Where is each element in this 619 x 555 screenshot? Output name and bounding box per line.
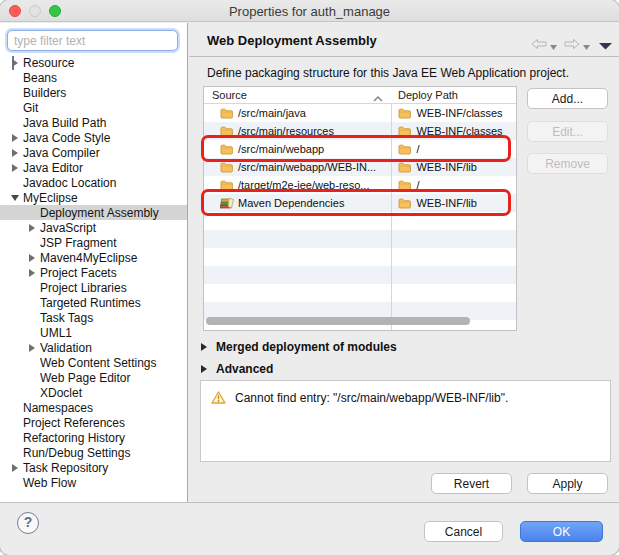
page-title: Web Deployment Assembly bbox=[207, 33, 377, 48]
sidebar-item-git[interactable]: Git bbox=[0, 100, 187, 115]
column-header-deploy-path[interactable]: Deploy Path bbox=[398, 89, 458, 101]
folder-icon bbox=[398, 144, 412, 155]
table-empty-row bbox=[204, 248, 516, 266]
apply-button[interactable]: Apply bbox=[527, 473, 608, 494]
view-menu-icon[interactable] bbox=[599, 36, 612, 54]
sidebar-item-jsp-fragment[interactable]: JSP Fragment bbox=[0, 235, 187, 250]
section-label: Advanced bbox=[216, 362, 273, 376]
forward-dropdown-icon[interactable] bbox=[583, 36, 590, 54]
cell-text: WEB-INF/classes bbox=[416, 107, 502, 119]
sidebar-item-label: Resource bbox=[23, 56, 74, 70]
sidebar-item-java-editor[interactable]: Java Editor bbox=[0, 160, 187, 175]
sidebar-item-label: XDoclet bbox=[40, 386, 82, 400]
sidebar-item-project-libraries[interactable]: Project Libraries bbox=[0, 280, 187, 295]
sidebar-item-myeclipse[interactable]: MyEclipse bbox=[0, 190, 187, 205]
warning-message: Cannot find entry: "/src/main/webapp/WEB… bbox=[235, 391, 508, 405]
table-cell: WEB-INF/classes bbox=[390, 104, 516, 122]
forward-icon[interactable] bbox=[564, 36, 580, 54]
sidebar-item-label: JSP Fragment bbox=[40, 236, 116, 250]
table-header: Source Deploy Path bbox=[204, 87, 516, 104]
tree-collapsed-icon[interactable] bbox=[10, 464, 20, 472]
table-cell: /target/m2e-jee/web-reso... bbox=[204, 176, 390, 194]
table-row-src-main-java[interactable]: /src/main/javaWEB-INF/classes bbox=[204, 104, 516, 122]
tree-collapsed-icon[interactable] bbox=[27, 344, 37, 352]
sidebar-item-javascript[interactable]: JavaScript bbox=[0, 220, 187, 235]
sidebar-item-resource[interactable]: Resource bbox=[0, 55, 187, 70]
table-row-maven-dependencies[interactable]: Maven DependenciesWEB-INF/lib bbox=[204, 194, 516, 212]
sidebar-item-task-repository[interactable]: Task Repository bbox=[0, 460, 187, 475]
sidebar-item-maven4myeclipse[interactable]: Maven4MyEclipse bbox=[0, 250, 187, 265]
folder-icon bbox=[220, 126, 234, 137]
sidebar-item-targeted-runtimes[interactable]: Targeted Runtimes bbox=[0, 295, 187, 310]
sidebar-item-deployment-assembly[interactable]: Deployment Assembly bbox=[0, 205, 187, 220]
sidebar-item-project-references[interactable]: Project References bbox=[0, 415, 187, 430]
assembly-table: Source Deploy Path /src/main/javaWEB-INF… bbox=[203, 86, 517, 331]
cancel-button[interactable]: Cancel bbox=[424, 521, 503, 542]
table-row-src-main-webapp-web-in[interactable]: /src/main/webapp/WEB-IN...WEB-INF/lib bbox=[204, 158, 516, 176]
tree-collapsed-icon[interactable] bbox=[10, 149, 20, 157]
tree-collapsed-icon[interactable] bbox=[27, 269, 37, 277]
sidebar-item-label: Validation bbox=[40, 341, 92, 355]
tree-expanded-icon[interactable] bbox=[10, 195, 20, 201]
sidebar-item-label: Git bbox=[23, 101, 38, 115]
table-cell: /src/main/resources bbox=[204, 122, 390, 140]
table-cell: / bbox=[390, 176, 516, 194]
sidebar-item-run-debug-settings[interactable]: Run/Debug Settings bbox=[0, 445, 187, 460]
tree-collapsed-icon[interactable] bbox=[10, 59, 20, 67]
header-separator bbox=[189, 56, 619, 57]
help-button[interactable]: ? bbox=[17, 512, 39, 534]
section-label: Merged deployment of modules bbox=[216, 340, 397, 354]
revert-button[interactable]: Revert bbox=[431, 473, 512, 494]
sidebar-item-label: Java Compiler bbox=[23, 146, 100, 160]
tree-collapsed-icon[interactable] bbox=[27, 254, 37, 262]
section-advanced[interactable]: Advanced bbox=[201, 362, 273, 376]
sidebar-item-label: MyEclipse bbox=[23, 191, 78, 205]
sidebar-item-web-content-settings[interactable]: Web Content Settings bbox=[0, 355, 187, 370]
column-header-source[interactable]: Source bbox=[212, 89, 247, 101]
sidebar-item-validation[interactable]: Validation bbox=[0, 340, 187, 355]
tree-collapsed-icon[interactable] bbox=[10, 164, 20, 172]
sidebar-item-uml1[interactable]: UML1 bbox=[0, 325, 187, 340]
sidebar-item-task-tags[interactable]: Task Tags bbox=[0, 310, 187, 325]
sidebar-item-java-compiler[interactable]: Java Compiler bbox=[0, 145, 187, 160]
sidebar-item-builders[interactable]: Builders bbox=[0, 85, 187, 100]
back-icon[interactable] bbox=[531, 36, 547, 54]
sidebar-item-refactoring-history[interactable]: Refactoring History bbox=[0, 430, 187, 445]
tree-collapsed-icon[interactable] bbox=[10, 134, 20, 142]
table-cell: /src/main/webapp/WEB-IN... bbox=[204, 158, 390, 176]
sidebar-item-web-flow[interactable]: Web Flow bbox=[0, 475, 187, 490]
tree-collapsed-icon[interactable] bbox=[27, 224, 37, 232]
section-merged-deployment[interactable]: Merged deployment of modules bbox=[201, 340, 397, 354]
table-cell: WEB-INF/lib bbox=[390, 194, 516, 212]
back-dropdown-icon[interactable] bbox=[550, 36, 557, 54]
table-cell: / bbox=[390, 140, 516, 158]
sidebar-item-web-page-editor[interactable]: Web Page Editor bbox=[0, 370, 187, 385]
window-title: Properties for auth_manage bbox=[0, 4, 619, 19]
sidebar-item-namespaces[interactable]: Namespaces bbox=[0, 400, 187, 415]
page-nav-icons bbox=[531, 36, 612, 54]
folder-icon bbox=[220, 108, 234, 119]
sidebar-item-label: Task Tags bbox=[40, 311, 93, 325]
sidebar-item-beans[interactable]: Beans bbox=[0, 70, 187, 85]
table-row-target-m2e-jee-web-reso[interactable]: /target/m2e-jee/web-reso.../ bbox=[204, 176, 516, 194]
add-button[interactable]: Add... bbox=[527, 88, 608, 109]
titlebar: Properties for auth_manage bbox=[0, 0, 619, 22]
horizontal-scrollbar[interactable] bbox=[206, 317, 470, 325]
cell-text: / bbox=[416, 179, 419, 191]
cell-text: /src/main/resources bbox=[238, 125, 334, 137]
cell-text: Maven Dependencies bbox=[238, 197, 344, 209]
ok-button[interactable]: OK bbox=[520, 521, 603, 542]
filter-input[interactable] bbox=[7, 30, 178, 51]
sidebar-item-javadoc-location[interactable]: Javadoc Location bbox=[0, 175, 187, 190]
table-row-src-main-resources[interactable]: /src/main/resourcesWEB-INF/classes bbox=[204, 122, 516, 140]
sidebar-item-label: Javadoc Location bbox=[23, 176, 116, 190]
sidebar-item-java-code-style[interactable]: Java Code Style bbox=[0, 130, 187, 145]
table-row-src-main-webapp[interactable]: /src/main/webapp/ bbox=[204, 140, 516, 158]
footer-divider bbox=[0, 502, 619, 503]
sidebar-item-xdoclet[interactable]: XDoclet bbox=[0, 385, 187, 400]
folder-icon bbox=[398, 162, 412, 173]
sidebar-item-java-build-path[interactable]: Java Build Path bbox=[0, 115, 187, 130]
cell-text: /src/main/webapp bbox=[238, 143, 324, 155]
warning-icon bbox=[211, 391, 226, 407]
sidebar-item-project-facets[interactable]: Project Facets bbox=[0, 265, 187, 280]
